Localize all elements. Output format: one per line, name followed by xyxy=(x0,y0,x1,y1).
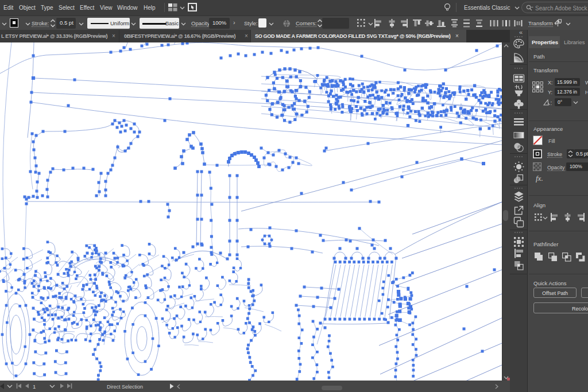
svg-text::: : xyxy=(551,100,552,106)
